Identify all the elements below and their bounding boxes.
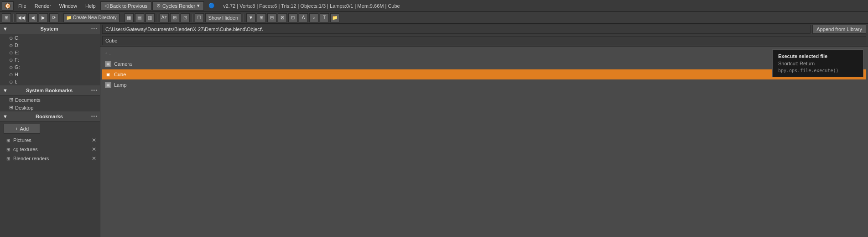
drive-i-label: I: — [15, 79, 17, 84]
cube-file-icon: ▣ — [105, 71, 111, 78]
back-to-previous-button[interactable]: ◁ Back to Previous — [100, 1, 152, 11]
system-section-header[interactable]: ▼ System ⋯ — [0, 24, 100, 34]
editor-type-btn[interactable]: ⊞ — [2, 13, 11, 22]
file-list-area: ↑ .. ▣ Camera ▣ Cube ▣ Lamp Execute sele… — [100, 47, 868, 237]
sidebar-item-f-drive[interactable]: ⊙ F: — [0, 56, 100, 63]
system-triangle-icon: ▼ — [3, 26, 8, 32]
bookmarks-label: Bookmarks — [36, 114, 63, 119]
sidebar-item-desktop[interactable]: ⊞ Desktop — [0, 104, 100, 111]
drive-i-icon: ⊙ — [9, 79, 13, 84]
file-item-cube[interactable]: ▣ Cube — [102, 69, 866, 79]
menu-render[interactable]: Render — [31, 2, 55, 10]
desktop-icon: ⊞ — [9, 105, 13, 111]
sidebar-item-h-drive[interactable]: ⊙ H: — [0, 71, 100, 78]
show-hidden-label: Show Hidden — [208, 15, 238, 21]
cg-textures-close-btn[interactable]: ✕ — [92, 146, 96, 153]
toggle-hidden-checkbox[interactable]: ☐ — [195, 13, 204, 22]
system-bookmarks-options[interactable]: ⋯ — [91, 87, 97, 94]
up-directory-item[interactable]: ↑ .. — [102, 48, 866, 58]
pictures-label: Pictures — [13, 137, 31, 143]
status-text: v2.72 | Verts:8 | Faces:6 | Tris:12 | Ob… — [219, 3, 403, 9]
sidebar-item-d-drive[interactable]: ⊙ D: — [0, 42, 100, 49]
view-list-btn[interactable]: ▦ — [125, 13, 134, 22]
separator-5 — [192, 14, 192, 22]
sort-az-btn[interactable]: Az — [160, 13, 169, 22]
sidebar-item-i-drive[interactable]: ⊙ I: — [0, 78, 100, 85]
sort-ext-btn[interactable]: ⊡ — [181, 13, 190, 22]
documents-label: Documents — [15, 97, 41, 103]
filter-font-btn[interactable]: A — [299, 13, 308, 22]
nav-refresh-btn[interactable]: ⟳ — [49, 13, 58, 22]
nav-back-btn[interactable]: ◀ — [28, 13, 37, 22]
add-bookmark-button[interactable]: + Add — [4, 124, 40, 134]
cycles-render-button[interactable]: ⊙ Cycles Render ▾ — [152, 1, 204, 11]
pictures-close-btn[interactable]: ✕ — [92, 137, 96, 143]
separator-1 — [13, 14, 14, 22]
cg-textures-label: cg textures — [13, 147, 38, 152]
bookmarks-section-header[interactable]: ▼ Bookmarks ⋯ — [0, 111, 100, 122]
search-input[interactable] — [102, 36, 866, 45]
camera-file-label: Camera — [114, 61, 132, 67]
filter-blend-btn[interactable]: ⊞ — [257, 13, 266, 22]
append-from-library-button[interactable]: Append from Library — [812, 25, 866, 34]
filter-img-btn[interactable]: ⊟ — [267, 13, 276, 22]
filter-sound-btn[interactable]: ♪ — [309, 13, 318, 22]
main-layout: ▼ System ⋯ ⊙ C: ⊙ D: ⊙ E: ⊙ F: ⊙ G: ⊙ H: — [0, 24, 868, 237]
separator-6 — [244, 14, 244, 22]
drive-g-label: G: — [15, 64, 20, 70]
view-detail-btn[interactable]: ▥ — [146, 13, 155, 22]
menu-help[interactable]: Help — [82, 2, 99, 10]
show-hidden-button[interactable]: Show Hidden — [205, 13, 241, 22]
sidebar: ▼ System ⋯ ⊙ C: ⊙ D: ⊙ E: ⊙ F: ⊙ G: ⊙ H: — [0, 24, 100, 237]
path-bar: Append from Library — [100, 24, 868, 35]
camera-file-icon: ▣ — [105, 61, 111, 67]
path-input[interactable] — [102, 25, 811, 34]
drive-h-icon: ⊙ — [9, 72, 13, 77]
drive-c-label: C: — [15, 35, 20, 41]
lamp-file-icon: ▣ — [105, 82, 111, 88]
file-item-lamp[interactable]: ▣ Lamp — [102, 80, 866, 90]
bookmarks-options[interactable]: ⋯ — [91, 113, 97, 120]
sidebar-item-e-drive[interactable]: ⊙ E: — [0, 49, 100, 56]
bookmark-item-cg-textures[interactable]: ⊞ cg textures ✕ — [0, 145, 100, 154]
view-tile-btn[interactable]: ▤ — [135, 13, 144, 22]
file-browser: Append from Library ↑ .. ▣ Camera ▣ Cube — [100, 24, 868, 237]
nav-forward-btn[interactable]: ▶ — [39, 13, 48, 22]
drive-h-label: H: — [15, 72, 20, 77]
menu-file[interactable]: File — [15, 2, 30, 10]
sidebar-item-g-drive[interactable]: ⊙ G: — [0, 63, 100, 71]
filter-folder-btn[interactable]: 📁 — [330, 13, 339, 22]
filter-btn[interactable]: ▼ — [246, 13, 255, 22]
drive-e-icon: ⊙ — [9, 50, 13, 55]
system-bookmarks-section-header[interactable]: ▼ System Bookmarks ⋯ — [0, 85, 100, 96]
bookmark-item-pictures[interactable]: ⊞ Pictures ✕ — [0, 136, 100, 145]
separator-2 — [61, 14, 61, 22]
filter-text-btn[interactable]: T — [320, 13, 329, 22]
menu-window[interactable]: Window — [56, 2, 81, 10]
file-item-camera[interactable]: ▣ Camera — [102, 59, 866, 69]
file-grid: ↑ .. ▣ Camera ▣ Cube ▣ Lamp — [102, 48, 866, 90]
drive-g-icon: ⊙ — [9, 65, 13, 70]
blender-renders-close-btn[interactable]: ✕ — [92, 155, 96, 162]
bookmark-item-blender-renders[interactable]: ⊞ Blender renders ✕ — [0, 154, 100, 163]
sort-size-btn[interactable]: ⊞ — [170, 13, 179, 22]
cycles-dropdown-icon: ▾ — [197, 3, 200, 9]
sidebar-item-c-drive[interactable]: ⊙ C: — [0, 34, 100, 42]
documents-icon: ⊞ — [9, 97, 13, 103]
main-toolbar: ⊞ ◀◀ ◀ ▶ ⟳ 📁 Create New Directory ▦ ▤ ▥ … — [0, 12, 868, 24]
system-section-label: System — [40, 26, 58, 32]
back-icon: ◁ — [104, 3, 108, 9]
nav-back-back-btn[interactable]: ◀◀ — [16, 13, 27, 22]
drive-c-icon: ⊙ — [9, 36, 13, 41]
system-section-options[interactable]: ⋯ — [91, 25, 97, 32]
system-bookmarks-label: System Bookmarks — [26, 88, 73, 93]
filter-script-btn[interactable]: ⊡ — [288, 13, 297, 22]
create-new-directory-button[interactable]: 📁 Create New Directory — [63, 13, 120, 22]
drive-f-icon: ⊙ — [9, 58, 13, 63]
blender-logo-btn[interactable] — [2, 1, 14, 11]
up-dir-icon: ↑ .. — [105, 51, 112, 56]
sys-bookmarks-triangle-icon: ▼ — [3, 88, 8, 93]
cube-file-label: Cube — [114, 72, 126, 77]
filter-movie-btn[interactable]: ⊠ — [278, 13, 287, 22]
sidebar-item-documents[interactable]: ⊞ Documents — [0, 96, 100, 104]
